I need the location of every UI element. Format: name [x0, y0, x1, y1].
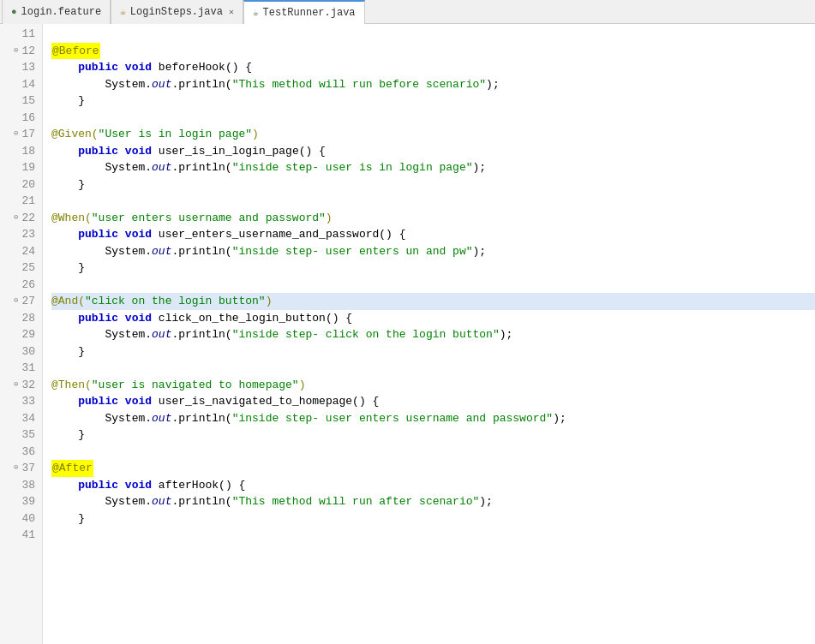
java-icon-1: ☕: [120, 6, 126, 17]
annotation-before: @Before: [51, 43, 100, 60]
tab-login-feature[interactable]: ● login.feature: [2, 0, 111, 24]
tab-login-steps[interactable]: ☕ LoginSteps.java ✕: [111, 0, 243, 24]
line-num-21: 21: [7, 193, 35, 210]
code-line-39: System.out.println("This method will run…: [51, 493, 815, 510]
feature-icon: ●: [11, 7, 17, 17]
code-area: 11 ⊖12 13 14 15 16 ⊖17 18 19 20 21 ⊖22 2…: [0, 24, 815, 644]
java-icon-2: ☕: [253, 7, 259, 18]
line-num-40: 40: [7, 510, 35, 528]
line-num-23: 23: [7, 226, 35, 243]
code-line-28: public void click_on_the_login_button() …: [51, 310, 815, 327]
line-num-27: ⊖27: [7, 293, 35, 310]
line-num-37: ⊖37: [7, 460, 35, 477]
line-num-13: 13: [7, 59, 35, 76]
line-num-24: 24: [7, 243, 35, 260]
line-num-11: 11: [7, 26, 35, 43]
fold-arrow-22[interactable]: ⊖: [14, 210, 18, 227]
code-line-36: [51, 444, 815, 461]
annotation-given: @Given(: [51, 126, 99, 143]
code-line-21: [51, 193, 815, 210]
code-line-25: }: [51, 259, 815, 277]
line-num-16: 16: [7, 110, 35, 127]
code-line-17: @Given("User is in login page"): [51, 126, 815, 143]
line-num-26: 26: [7, 277, 35, 294]
tab-label-runner: TestRunner.java: [263, 7, 356, 19]
annotation-when: @When(: [51, 210, 92, 227]
line-numbers-gutter: 11 ⊖12 13 14 15 16 ⊖17 18 19 20 21 ⊖22 2…: [0, 24, 43, 644]
code-line-29: System.out.println("inside step- click o…: [51, 326, 815, 343]
fold-arrow-27[interactable]: ⊖: [14, 293, 18, 310]
line-num-32: ⊖32: [7, 377, 35, 394]
line-num-20: 20: [7, 176, 35, 194]
line-num-22: ⊖22: [7, 210, 35, 227]
fold-arrow-37[interactable]: ⊖: [14, 460, 18, 477]
code-line-14: System.out.println("This method will run…: [51, 76, 815, 93]
code-line-19: System.out.println("inside step- user is…: [51, 159, 815, 176]
code-line-35: }: [51, 426, 815, 444]
code-line-27: @And("click on the login button"): [51, 293, 815, 310]
code-line-37: @After: [51, 460, 815, 477]
code-line-33: public void user_is_navigated_to_homepag…: [51, 393, 815, 410]
line-num-17: ⊖17: [7, 126, 35, 143]
code-line-32: @Then("user is navigated to homepage"): [51, 377, 815, 394]
line-num-15: 15: [7, 92, 35, 110]
code-line-22: @When("user enters username and password…: [51, 210, 815, 227]
tab-bar: ● login.feature ☕ LoginSteps.java ✕ ☕ Te…: [0, 0, 815, 24]
code-line-34: System.out.println("inside step- user en…: [51, 410, 815, 427]
line-num-14: 14: [7, 76, 35, 93]
fold-arrow-12[interactable]: ⊖: [14, 43, 18, 60]
code-line-26: [51, 277, 815, 294]
line-num-28: 28: [7, 310, 35, 327]
code-line-23: public void user_enters_username_and_pas…: [51, 226, 815, 243]
code-line-31: [51, 360, 815, 377]
code-line-24: System.out.println("inside step- user en…: [51, 243, 815, 260]
fold-arrow-17[interactable]: ⊖: [14, 126, 18, 143]
code-line-15: }: [51, 92, 815, 110]
code-line-13: public void beforeHook() {: [51, 59, 815, 76]
line-num-12: ⊖12: [7, 43, 35, 60]
code-line-18: public void user_is_in_login_page() {: [51, 143, 815, 160]
line-num-18: 18: [7, 143, 35, 160]
line-num-34: 34: [7, 410, 35, 427]
close-icon-steps[interactable]: ✕: [229, 7, 234, 17]
tab-label-feature: login.feature: [21, 6, 102, 18]
tab-label-steps: LoginSteps.java: [130, 6, 223, 18]
fold-arrow-32[interactable]: ⊖: [14, 377, 18, 394]
code-line-12: @Before: [51, 43, 815, 60]
code-line-20: }: [51, 176, 815, 194]
line-num-33: 33: [7, 393, 35, 410]
code-line-16: [51, 110, 815, 127]
line-num-38: 38: [7, 477, 35, 494]
line-num-25: 25: [7, 259, 35, 277]
tab-test-runner[interactable]: ☕ TestRunner.java: [243, 0, 365, 24]
line-num-41: 41: [7, 527, 35, 544]
line-num-31: 31: [7, 360, 35, 377]
line-num-39: 39: [7, 493, 35, 510]
code-line-41: [51, 527, 815, 544]
code-editor[interactable]: @Before public void beforeHook() { Syste…: [43, 24, 815, 644]
code-line-30: }: [51, 343, 815, 361]
line-num-35: 35: [7, 426, 35, 444]
annotation-and: @And(: [51, 293, 85, 310]
line-num-36: 36: [7, 444, 35, 461]
annotation-after: @After: [51, 460, 93, 477]
code-line-38: public void afterHook() {: [51, 477, 815, 494]
code-line-40: }: [51, 510, 815, 528]
line-num-29: 29: [7, 326, 35, 343]
line-num-19: 19: [7, 159, 35, 176]
line-num-30: 30: [7, 343, 35, 361]
code-line-11: [51, 26, 815, 43]
annotation-then: @Then(: [51, 377, 92, 394]
